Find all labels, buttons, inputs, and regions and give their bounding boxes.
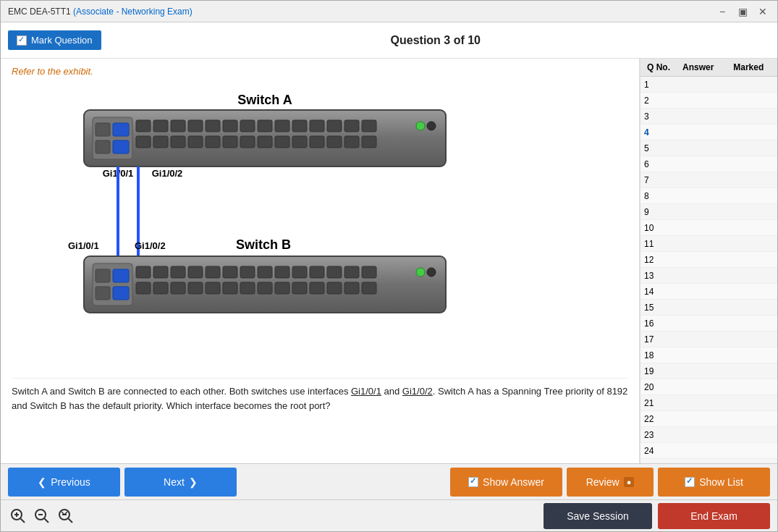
q-number: 22 (644, 414, 673, 424)
switch-a-port-top (96, 123, 110, 136)
title-blue: (Associate - Networking Exam) (71, 7, 193, 17)
question-list-item[interactable]: 1 (640, 77, 777, 93)
header-marked: Marked (724, 62, 774, 72)
show-answer-checkbox-icon (468, 477, 478, 487)
question-list-item[interactable]: 4 (640, 124, 777, 140)
mark-question-button[interactable]: Mark Question (8, 30, 101, 50)
question-list-item[interactable]: 21 (640, 395, 777, 411)
question-list-item[interactable]: 7 (640, 172, 777, 188)
svg-rect-41 (362, 266, 376, 278)
question-list-item[interactable]: 17 (640, 332, 777, 347)
svg-rect-53 (327, 282, 342, 294)
question-list-item[interactable]: 18 (640, 347, 777, 363)
switch-a-led-green (416, 122, 425, 130)
svg-rect-36 (275, 266, 289, 278)
title-bar-text: EMC DEA-5TT1 (Associate - Networking Exa… (8, 7, 193, 17)
show-list-button[interactable]: Show List (658, 468, 770, 497)
question-list-item[interactable]: 12 (640, 252, 777, 268)
question-list-item[interactable]: 3 (640, 109, 777, 124)
question-list-item[interactable]: 11 (640, 236, 777, 252)
maximize-button[interactable]: ▣ (735, 4, 750, 19)
end-exam-button[interactable]: End Exam (658, 503, 770, 529)
svg-rect-20 (240, 136, 255, 148)
question-list-item[interactable]: 22 (640, 411, 777, 427)
q-number: 6 (644, 159, 673, 169)
mark-checkbox-icon (17, 35, 27, 46)
switch-b-blue-port1 (113, 269, 129, 282)
question-list-item[interactable]: 20 (640, 379, 777, 395)
svg-rect-7 (258, 120, 272, 132)
question-list-item[interactable]: 9 (640, 204, 777, 220)
svg-rect-12 (344, 120, 359, 132)
switch-b-port-bottom (96, 287, 110, 300)
q-number: 9 (644, 207, 673, 217)
svg-rect-47 (223, 282, 237, 294)
svg-rect-17 (188, 136, 203, 148)
svg-rect-55 (362, 282, 376, 294)
next-button[interactable]: Next ❯ (124, 468, 237, 497)
switch-a-led-dark (427, 122, 436, 130)
svg-rect-34 (240, 266, 255, 278)
q-number: 24 (644, 446, 673, 456)
svg-rect-32 (206, 266, 220, 278)
zoom-in-button[interactable] (8, 506, 28, 526)
switch-a-blue-port2 (113, 140, 129, 153)
question-list-item[interactable]: 13 (640, 268, 777, 284)
svg-rect-52 (310, 282, 324, 294)
question-list-item[interactable]: 2 (640, 93, 777, 109)
zoom-reset-icon (34, 508, 50, 524)
svg-rect-24 (310, 136, 324, 148)
show-answer-label: Show Answer (483, 476, 544, 488)
switch-a-label: Switch A (237, 93, 292, 107)
q-number: 13 (644, 271, 673, 281)
right-panel: Q No. Answer Marked 12345678910111213141… (640, 59, 777, 463)
switch-b-port1-label: Gi1/0/1 (68, 240, 99, 251)
svg-rect-23 (292, 136, 307, 148)
title-normal: EMC DEA-5TT1 (8, 7, 71, 17)
switch-a-blue-port1 (113, 123, 129, 136)
svg-rect-18 (206, 136, 220, 148)
svg-rect-49 (258, 282, 272, 294)
question-list-item[interactable]: 10 (640, 220, 777, 236)
previous-label: Previous (51, 476, 90, 488)
minimize-button[interactable]: − (715, 4, 730, 19)
review-indicator: ● (624, 477, 635, 487)
zoom-in-icon (10, 508, 26, 524)
zoom-out-button[interactable] (56, 506, 76, 526)
question-list-item[interactable]: 23 (640, 427, 777, 443)
question-list-item[interactable]: 14 (640, 284, 777, 300)
svg-rect-27 (362, 136, 376, 148)
question-list-item[interactable]: 16 (640, 316, 777, 332)
svg-rect-6 (240, 120, 255, 132)
close-button[interactable]: ✕ (756, 4, 770, 19)
question-list-item[interactable]: 24 (640, 443, 777, 459)
question-list-item[interactable]: 8 (640, 188, 777, 204)
review-button[interactable]: Review ● (567, 468, 654, 497)
question-list-item[interactable]: 5 (640, 140, 777, 156)
save-session-button[interactable]: Save Session (544, 503, 652, 529)
q-number: 16 (644, 318, 673, 329)
right-panel-header: Q No. Answer Marked (640, 59, 777, 77)
svg-rect-21 (258, 136, 272, 148)
question-list-item[interactable]: 15 (640, 300, 777, 316)
content-area: Refer to the exhibit. Switch A (1, 59, 640, 463)
q-number: 7 (644, 175, 673, 185)
question-list[interactable]: 1234567891011121314151617181920212223242… (640, 77, 777, 463)
zoom-reset-button[interactable] (32, 506, 52, 526)
q-number: 3 (644, 111, 673, 122)
refer-text: Refer to the exhibit. (12, 66, 628, 77)
q-number: 8 (644, 191, 673, 201)
svg-rect-51 (292, 282, 307, 294)
previous-button[interactable]: ❮ Previous (8, 468, 120, 497)
switch-b-blue-port2 (113, 287, 129, 300)
question-list-item[interactable]: 6 (640, 156, 777, 172)
q-number: 2 (644, 96, 673, 106)
svg-rect-5 (223, 120, 237, 132)
q-number: 19 (644, 366, 673, 376)
question-list-item[interactable]: 19 (640, 363, 777, 379)
show-answer-button[interactable]: Show Answer (450, 468, 562, 497)
svg-rect-19 (223, 136, 237, 148)
chevron-right-icon: ❯ (189, 476, 198, 488)
svg-line-57 (21, 518, 25, 523)
svg-rect-1 (153, 120, 168, 132)
